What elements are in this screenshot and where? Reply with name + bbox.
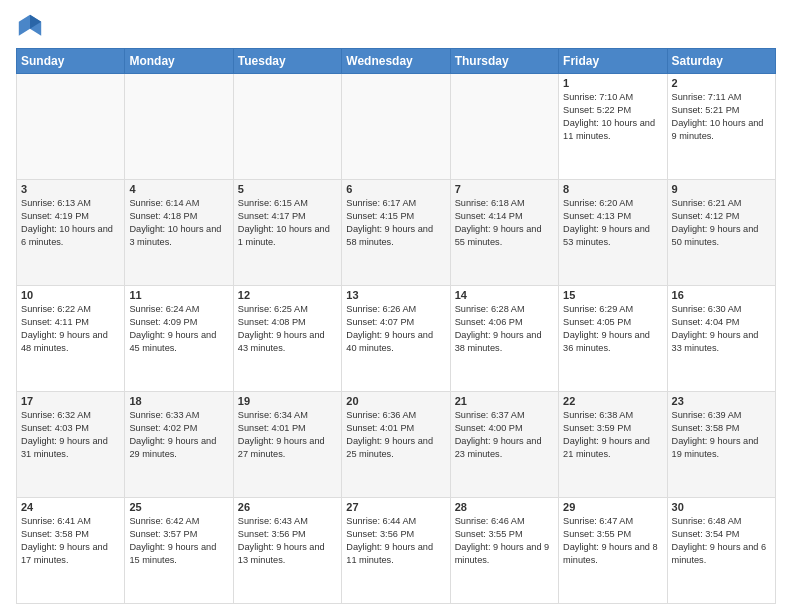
calendar-cell: 14Sunrise: 6:28 AM Sunset: 4:06 PM Dayli… — [450, 286, 558, 392]
day-info: Sunrise: 6:25 AM Sunset: 4:08 PM Dayligh… — [238, 303, 337, 355]
day-number: 27 — [346, 501, 445, 513]
day-info: Sunrise: 6:18 AM Sunset: 4:14 PM Dayligh… — [455, 197, 554, 249]
day-info: Sunrise: 6:17 AM Sunset: 4:15 PM Dayligh… — [346, 197, 445, 249]
day-info: Sunrise: 6:39 AM Sunset: 3:58 PM Dayligh… — [672, 409, 771, 461]
calendar-week-1: 1Sunrise: 7:10 AM Sunset: 5:22 PM Daylig… — [17, 74, 776, 180]
day-info: Sunrise: 6:36 AM Sunset: 4:01 PM Dayligh… — [346, 409, 445, 461]
day-header-sunday: Sunday — [17, 49, 125, 74]
calendar-week-2: 3Sunrise: 6:13 AM Sunset: 4:19 PM Daylig… — [17, 180, 776, 286]
day-number: 1 — [563, 77, 662, 89]
day-number: 5 — [238, 183, 337, 195]
day-number: 6 — [346, 183, 445, 195]
day-info: Sunrise: 6:29 AM Sunset: 4:05 PM Dayligh… — [563, 303, 662, 355]
calendar-cell — [233, 74, 341, 180]
calendar-cell: 4Sunrise: 6:14 AM Sunset: 4:18 PM Daylig… — [125, 180, 233, 286]
day-info: Sunrise: 6:21 AM Sunset: 4:12 PM Dayligh… — [672, 197, 771, 249]
calendar-cell: 3Sunrise: 6:13 AM Sunset: 4:19 PM Daylig… — [17, 180, 125, 286]
calendar-cell: 22Sunrise: 6:38 AM Sunset: 3:59 PM Dayli… — [559, 392, 667, 498]
day-info: Sunrise: 6:46 AM Sunset: 3:55 PM Dayligh… — [455, 515, 554, 567]
day-info: Sunrise: 6:44 AM Sunset: 3:56 PM Dayligh… — [346, 515, 445, 567]
day-number: 8 — [563, 183, 662, 195]
day-number: 13 — [346, 289, 445, 301]
header — [16, 12, 776, 40]
calendar-week-4: 17Sunrise: 6:32 AM Sunset: 4:03 PM Dayli… — [17, 392, 776, 498]
day-number: 2 — [672, 77, 771, 89]
day-info: Sunrise: 6:24 AM Sunset: 4:09 PM Dayligh… — [129, 303, 228, 355]
day-info: Sunrise: 6:48 AM Sunset: 3:54 PM Dayligh… — [672, 515, 771, 567]
day-info: Sunrise: 6:22 AM Sunset: 4:11 PM Dayligh… — [21, 303, 120, 355]
calendar-cell — [450, 74, 558, 180]
calendar-cell: 11Sunrise: 6:24 AM Sunset: 4:09 PM Dayli… — [125, 286, 233, 392]
day-info: Sunrise: 6:33 AM Sunset: 4:02 PM Dayligh… — [129, 409, 228, 461]
calendar-table: SundayMondayTuesdayWednesdayThursdayFrid… — [16, 48, 776, 604]
calendar-cell: 6Sunrise: 6:17 AM Sunset: 4:15 PM Daylig… — [342, 180, 450, 286]
day-number: 7 — [455, 183, 554, 195]
day-info: Sunrise: 6:30 AM Sunset: 4:04 PM Dayligh… — [672, 303, 771, 355]
day-number: 24 — [21, 501, 120, 513]
day-info: Sunrise: 6:37 AM Sunset: 4:00 PM Dayligh… — [455, 409, 554, 461]
day-info: Sunrise: 7:11 AM Sunset: 5:21 PM Dayligh… — [672, 91, 771, 143]
calendar-cell: 2Sunrise: 7:11 AM Sunset: 5:21 PM Daylig… — [667, 74, 775, 180]
day-number: 11 — [129, 289, 228, 301]
day-number: 26 — [238, 501, 337, 513]
calendar-cell: 12Sunrise: 6:25 AM Sunset: 4:08 PM Dayli… — [233, 286, 341, 392]
calendar-cell: 1Sunrise: 7:10 AM Sunset: 5:22 PM Daylig… — [559, 74, 667, 180]
day-number: 14 — [455, 289, 554, 301]
day-info: Sunrise: 6:41 AM Sunset: 3:58 PM Dayligh… — [21, 515, 120, 567]
day-info: Sunrise: 6:13 AM Sunset: 4:19 PM Dayligh… — [21, 197, 120, 249]
day-info: Sunrise: 6:15 AM Sunset: 4:17 PM Dayligh… — [238, 197, 337, 249]
day-number: 18 — [129, 395, 228, 407]
day-number: 4 — [129, 183, 228, 195]
day-number: 23 — [672, 395, 771, 407]
calendar-cell — [17, 74, 125, 180]
day-info: Sunrise: 6:28 AM Sunset: 4:06 PM Dayligh… — [455, 303, 554, 355]
day-info: Sunrise: 6:14 AM Sunset: 4:18 PM Dayligh… — [129, 197, 228, 249]
calendar-cell: 10Sunrise: 6:22 AM Sunset: 4:11 PM Dayli… — [17, 286, 125, 392]
day-info: Sunrise: 6:42 AM Sunset: 3:57 PM Dayligh… — [129, 515, 228, 567]
calendar-cell: 29Sunrise: 6:47 AM Sunset: 3:55 PM Dayli… — [559, 498, 667, 604]
day-info: Sunrise: 6:26 AM Sunset: 4:07 PM Dayligh… — [346, 303, 445, 355]
calendar-cell: 19Sunrise: 6:34 AM Sunset: 4:01 PM Dayli… — [233, 392, 341, 498]
calendar-cell: 21Sunrise: 6:37 AM Sunset: 4:00 PM Dayli… — [450, 392, 558, 498]
day-number: 12 — [238, 289, 337, 301]
day-number: 15 — [563, 289, 662, 301]
day-header-monday: Monday — [125, 49, 233, 74]
day-number: 25 — [129, 501, 228, 513]
calendar-cell: 7Sunrise: 6:18 AM Sunset: 4:14 PM Daylig… — [450, 180, 558, 286]
day-number: 30 — [672, 501, 771, 513]
day-number: 19 — [238, 395, 337, 407]
calendar-cell: 5Sunrise: 6:15 AM Sunset: 4:17 PM Daylig… — [233, 180, 341, 286]
day-number: 16 — [672, 289, 771, 301]
calendar-week-5: 24Sunrise: 6:41 AM Sunset: 3:58 PM Dayli… — [17, 498, 776, 604]
day-info: Sunrise: 6:34 AM Sunset: 4:01 PM Dayligh… — [238, 409, 337, 461]
calendar-cell: 24Sunrise: 6:41 AM Sunset: 3:58 PM Dayli… — [17, 498, 125, 604]
day-number: 22 — [563, 395, 662, 407]
calendar-cell: 27Sunrise: 6:44 AM Sunset: 3:56 PM Dayli… — [342, 498, 450, 604]
day-number: 20 — [346, 395, 445, 407]
day-number: 9 — [672, 183, 771, 195]
day-number: 10 — [21, 289, 120, 301]
calendar-cell — [125, 74, 233, 180]
day-number: 29 — [563, 501, 662, 513]
day-header-friday: Friday — [559, 49, 667, 74]
calendar-cell: 9Sunrise: 6:21 AM Sunset: 4:12 PM Daylig… — [667, 180, 775, 286]
calendar-week-3: 10Sunrise: 6:22 AM Sunset: 4:11 PM Dayli… — [17, 286, 776, 392]
calendar-cell: 8Sunrise: 6:20 AM Sunset: 4:13 PM Daylig… — [559, 180, 667, 286]
calendar-cell: 30Sunrise: 6:48 AM Sunset: 3:54 PM Dayli… — [667, 498, 775, 604]
day-number: 21 — [455, 395, 554, 407]
day-info: Sunrise: 6:47 AM Sunset: 3:55 PM Dayligh… — [563, 515, 662, 567]
calendar-cell: 18Sunrise: 6:33 AM Sunset: 4:02 PM Dayli… — [125, 392, 233, 498]
day-number: 3 — [21, 183, 120, 195]
day-info: Sunrise: 6:20 AM Sunset: 4:13 PM Dayligh… — [563, 197, 662, 249]
calendar-cell: 13Sunrise: 6:26 AM Sunset: 4:07 PM Dayli… — [342, 286, 450, 392]
calendar-cell — [342, 74, 450, 180]
day-header-tuesday: Tuesday — [233, 49, 341, 74]
day-info: Sunrise: 6:43 AM Sunset: 3:56 PM Dayligh… — [238, 515, 337, 567]
page: SundayMondayTuesdayWednesdayThursdayFrid… — [0, 0, 792, 612]
calendar-cell: 28Sunrise: 6:46 AM Sunset: 3:55 PM Dayli… — [450, 498, 558, 604]
logo — [16, 12, 48, 40]
day-info: Sunrise: 7:10 AM Sunset: 5:22 PM Dayligh… — [563, 91, 662, 143]
day-number: 28 — [455, 501, 554, 513]
day-header-thursday: Thursday — [450, 49, 558, 74]
calendar-header-row: SundayMondayTuesdayWednesdayThursdayFrid… — [17, 49, 776, 74]
